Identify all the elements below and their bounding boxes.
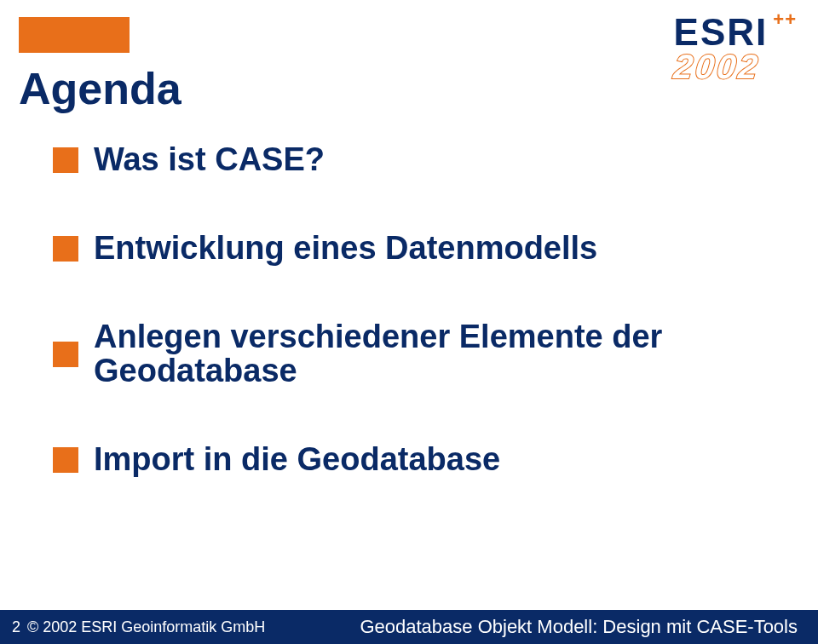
list-item-label: Entwicklung eines Datenmodells [94,232,597,266]
plus-icon: + [773,10,784,29]
logo-plus-icons: + + [773,10,796,29]
list-item: Import in die Geodatabase [53,443,767,477]
plus-icon: + [785,10,796,29]
bullet-square-icon [53,147,78,173]
page-title: Agenda [19,63,181,114]
title-accent-bar [19,17,130,53]
logo-year: 2002 [671,49,798,83]
bullet-list: Was ist CASE? Entwicklung eines Datenmod… [53,143,767,476]
list-item-label: Was ist CASE? [94,143,325,177]
esri-logo: ESRI + + 2002 [674,14,796,83]
logo-text: ESRI [674,14,769,51]
slide: ESRI + + 2002 Agenda Was ist CASE? Entwi… [0,0,818,644]
bullet-square-icon [53,447,78,473]
footer-subject: Geodatabase Objekt Modell: Design mit CA… [360,616,798,638]
bullet-square-icon [53,236,78,262]
copyright: © 2002 ESRI Geoinformatik GmbH [27,618,265,636]
list-item-label: Anlegen verschiedener Elemente der Geoda… [94,320,767,388]
list-item: Anlegen verschiedener Elemente der Geoda… [53,320,767,388]
logo-row: ESRI + + [674,14,796,51]
list-item: Was ist CASE? [53,143,767,177]
list-item: Entwicklung eines Datenmodells [53,232,767,266]
list-item-label: Import in die Geodatabase [94,443,500,477]
page-number: 2 [0,618,22,636]
footer: 2 © 2002 ESRI Geoinformatik GmbH Geodata… [0,610,818,644]
bullet-square-icon [53,342,78,367]
